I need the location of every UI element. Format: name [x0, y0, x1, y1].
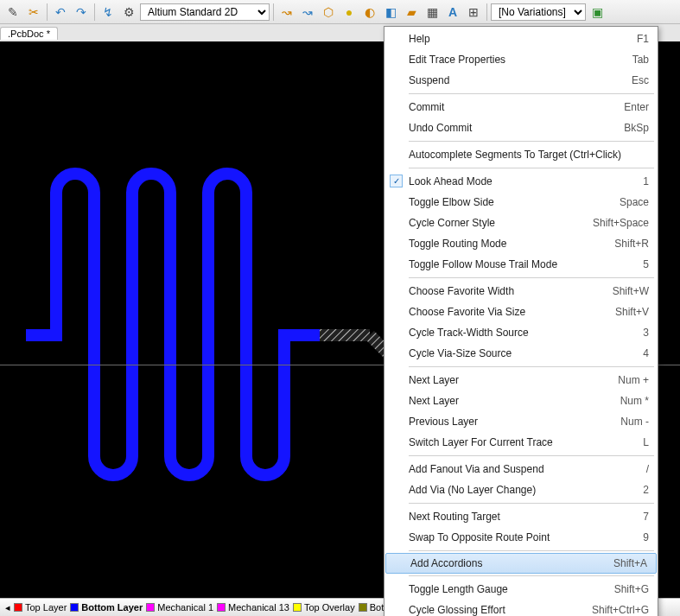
- menu-item-accel: Num *: [620, 395, 649, 407]
- menu-item[interactable]: Add Via (No Layer Change)2: [384, 479, 658, 500]
- pad-icon[interactable]: ●: [340, 3, 359, 22]
- layer-scroll-left-icon[interactable]: ◂: [5, 602, 10, 613]
- variations-select[interactable]: [No Variations]: [491, 3, 586, 21]
- menu-item-label: Cycle Corner Style: [409, 217, 582, 229]
- fill-icon[interactable]: ◧: [381, 3, 400, 22]
- menu-item-label: Undo Commit: [409, 122, 613, 134]
- check-icon: ✓: [390, 175, 403, 187]
- routing-context-menu: HelpF1Edit Trace PropertiesTabSuspendEsc…: [384, 26, 658, 616]
- menu-separator: [409, 141, 654, 142]
- dim-icon[interactable]: ⊞: [464, 3, 483, 22]
- layer-tab[interactable]: Bottom Layer: [70, 602, 143, 613]
- menu-item[interactable]: Add AccordionsShift+A: [385, 553, 657, 574]
- menu-item-label: Next Layer: [409, 374, 607, 386]
- menu-item-accel: Shift+A: [613, 557, 647, 569]
- menu-item[interactable]: Edit Trace PropertiesTab: [384, 49, 658, 70]
- menu-item-label: Cycle Via-Size Source: [409, 347, 632, 359]
- menu-item-label: Add Accordions: [410, 557, 603, 569]
- route-tool-icon[interactable]: ↝: [277, 3, 296, 22]
- menu-item[interactable]: Cycle Via-Size Source4: [384, 343, 658, 364]
- menu-separator: [409, 455, 654, 456]
- menu-item-label: Commit: [409, 101, 613, 113]
- menu-item[interactable]: Cycle Track-Width Source3: [384, 322, 658, 343]
- menu-item-accel: Tab: [632, 54, 649, 66]
- menu-separator: [409, 503, 654, 504]
- menu-item-label: Add Fanout Via and Suspend: [409, 463, 636, 475]
- menu-item[interactable]: Toggle Length GaugeShift+G: [384, 579, 658, 600]
- menu-item-label: Toggle Length Gauge: [409, 583, 604, 595]
- menu-item[interactable]: HelpF1: [384, 29, 658, 49]
- menu-item-accel: 1: [643, 175, 649, 187]
- board-icon[interactable]: ▣: [588, 3, 607, 22]
- route2-icon[interactable]: ↝: [298, 3, 317, 22]
- menu-item-accel: 4: [643, 347, 649, 359]
- menu-item[interactable]: Toggle Routing ModeShift+R: [384, 233, 658, 254]
- menu-item[interactable]: Toggle Follow Mouse Trail Mode5: [384, 254, 658, 275]
- region-icon[interactable]: ▦: [423, 3, 442, 22]
- menu-item[interactable]: Switch Layer For Current TraceL: [384, 432, 658, 453]
- menu-item-accel: F1: [637, 33, 649, 45]
- menu-separator: [409, 550, 654, 551]
- svg-rect-2: [320, 329, 370, 341]
- menu-item-label: Toggle Follow Mouse Trail Mode: [409, 258, 632, 270]
- menu-item-accel: Space: [620, 196, 649, 208]
- menu-item[interactable]: Next Routing Target7: [384, 506, 658, 527]
- menu-item-accel: Shift+V: [615, 306, 649, 318]
- menu-item-accel: /: [646, 463, 649, 475]
- layer-tab[interactable]: Top Overlay: [293, 602, 355, 613]
- menu-separator: [409, 93, 654, 94]
- menu-separator: [409, 366, 654, 367]
- layer-tab[interactable]: Top Layer: [14, 602, 67, 613]
- menu-item-label: Add Via (No Layer Change): [409, 484, 632, 496]
- menu-item-label: Help: [409, 33, 626, 45]
- layer-tab[interactable]: Mechanical 1: [146, 602, 213, 613]
- menu-item-label: Toggle Routing Mode: [409, 238, 604, 250]
- menu-item[interactable]: Swap To Opposite Route Point9: [384, 527, 658, 548]
- menu-item-accel: 5: [643, 258, 649, 270]
- arc-icon[interactable]: ◐: [360, 3, 379, 22]
- menu-item[interactable]: SuspendEsc: [384, 70, 658, 91]
- menu-item[interactable]: Next LayerNum *: [384, 391, 658, 411]
- menu-item-accel: Esc: [632, 74, 649, 86]
- menu-item-accel: Shift+Space: [593, 217, 649, 229]
- menu-item-label: Edit Trace Properties: [409, 54, 622, 66]
- redo-icon[interactable]: ↷: [72, 3, 91, 22]
- via-icon[interactable]: ⬡: [319, 3, 338, 22]
- text-icon[interactable]: A: [443, 3, 462, 22]
- doc-tab[interactable]: .PcbDoc *: [0, 27, 58, 40]
- route-icon[interactable]: ↯: [99, 3, 118, 22]
- menu-item-accel: 3: [643, 327, 649, 339]
- menu-item-label: Choose Favorite Width: [409, 285, 602, 297]
- menu-item-accel: BkSp: [624, 122, 649, 134]
- menu-item[interactable]: Cycle Glossing EffortShift+Ctrl+G: [384, 600, 658, 616]
- menu-item[interactable]: Toggle Elbow SideSpace: [384, 192, 658, 213]
- menu-item[interactable]: Add Fanout Via and Suspend/: [384, 459, 658, 479]
- menu-item[interactable]: Choose Favorite WidthShift+W: [384, 281, 658, 302]
- main-toolbar: ✎ ✂ ↶ ↷ ↯ ⚙ Altium Standard 2D ↝ ↝ ⬡ ● ◐…: [0, 0, 680, 24]
- menu-item[interactable]: Next LayerNum +: [384, 370, 658, 391]
- tool-icon[interactable]: ✎: [3, 3, 22, 22]
- undo-icon[interactable]: ↶: [51, 3, 70, 22]
- menu-item-accel: Shift+Ctrl+G: [592, 604, 649, 616]
- poly-icon[interactable]: ▰: [402, 3, 421, 22]
- menu-item-label: Previous Layer: [409, 416, 610, 428]
- menu-item[interactable]: ✓Look Ahead Mode1: [384, 171, 658, 192]
- view-mode-select[interactable]: Altium Standard 2D: [140, 3, 270, 21]
- menu-item-accel: Num +: [618, 374, 649, 386]
- menu-item[interactable]: Choose Favorite Via SizeShift+V: [384, 302, 658, 322]
- menu-item[interactable]: Autocomplete Segments To Target (Ctrl+Cl…: [384, 144, 658, 165]
- menu-item-label: Cycle Glossing Effort: [409, 604, 581, 616]
- menu-item-accel: Shift+R: [614, 238, 649, 250]
- menu-item[interactable]: Cycle Corner StyleShift+Space: [384, 213, 658, 233]
- menu-item-label: Switch Layer For Current Trace: [409, 436, 632, 448]
- menu-item[interactable]: Undo CommitBkSp: [384, 117, 658, 138]
- menu-separator: [409, 575, 654, 576]
- layer-tab[interactable]: Mechanical 13: [217, 602, 289, 613]
- menu-item-label: Next Routing Target: [409, 511, 632, 523]
- menu-item[interactable]: CommitEnter: [384, 97, 658, 117]
- menu-item-accel: Shift+G: [614, 583, 649, 595]
- menu-item-label: Swap To Opposite Route Point: [409, 531, 632, 543]
- cut-icon[interactable]: ✂: [24, 3, 43, 22]
- settings-icon[interactable]: ⚙: [119, 3, 138, 22]
- menu-item[interactable]: Previous LayerNum -: [384, 411, 658, 432]
